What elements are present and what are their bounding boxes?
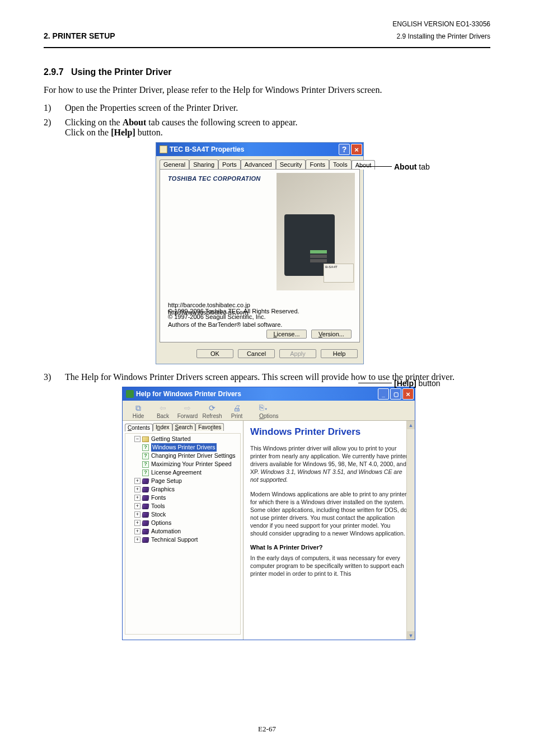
print-icon: 🖨 (224, 403, 249, 413)
dialog-buttons: OK Cancel Apply Help (156, 346, 363, 364)
help-toolbar: ⧉Hide ⇦Back ⇨Forward ⟳Refresh 🖨Print ⎘▾O… (123, 401, 415, 420)
node-graphics[interactable]: +Graphics (127, 485, 239, 494)
dialog-titlebar[interactable]: TEC B-SA4T Properties ? × (156, 143, 363, 156)
book-closed-icon (142, 537, 149, 543)
tree-tab-favorites[interactable]: Favorites (195, 423, 224, 431)
tree-tab-index[interactable]: Index (153, 423, 172, 431)
book-closed-icon (142, 520, 149, 526)
tab-security[interactable]: Security (276, 159, 306, 169)
help-content-pane: Windows Printer Drivers This Windows pri… (243, 421, 415, 640)
tree-view[interactable]: −Getting Started ?Windows Printer Driver… (125, 433, 241, 635)
node-page-setup[interactable]: +Page Setup (127, 477, 239, 485)
section-title: 2.9.7 Using the Printer Driver (44, 67, 490, 77)
node-stock[interactable]: +Stock (127, 510, 239, 519)
expand-icon[interactable]: + (134, 495, 140, 501)
step-1: 1) Open the Properties screen of the Pri… (44, 103, 490, 113)
expand-icon[interactable]: + (134, 520, 140, 526)
help-titlebar[interactable]: Help for Windows Printer Drivers _ ▢ × (123, 387, 415, 401)
tab-tools[interactable]: Tools (329, 159, 352, 169)
content-p3: In the early days of computers, it was n… (250, 554, 408, 577)
copyright-2: © 1997-2006 Seagull Scientific, Inc. (168, 313, 352, 321)
titlebar-close-button[interactable]: × (351, 144, 362, 155)
content-p2: Modern Windows applications are able to … (250, 490, 408, 537)
expand-icon[interactable]: + (134, 537, 140, 543)
tree-tab-search[interactable]: Search (172, 423, 196, 431)
node-fonts[interactable]: +Fonts (127, 494, 239, 502)
book-closed-icon (142, 495, 149, 501)
tab-about[interactable]: About (352, 160, 376, 170)
help-window-wrapper: Help for Windows Printer Drivers _ ▢ × ⧉… (122, 387, 415, 640)
expand-icon[interactable]: + (134, 503, 140, 509)
expand-icon[interactable]: + (134, 528, 140, 534)
toolbar-back[interactable]: ⇦Back (151, 403, 175, 419)
expand-icon[interactable]: + (134, 486, 140, 492)
book-closed-icon (142, 504, 149, 509)
help-button-leader (358, 383, 392, 383)
titlebar-help-button[interactable]: ? (339, 144, 350, 155)
tab-sharing[interactable]: Sharing (189, 159, 218, 169)
maximize-button[interactable]: ▢ (390, 388, 401, 400)
tab-general[interactable]: General (160, 159, 189, 169)
tree-tab-contents[interactable]: Contents (125, 424, 153, 431)
help-button[interactable]: Help (321, 349, 358, 358)
cancel-button[interactable]: Cancel (238, 349, 275, 358)
topic-icon: ? (142, 453, 149, 459)
toolbar-print[interactable]: 🖨Print (224, 403, 249, 419)
license-version-buttons: License... Version... (266, 330, 352, 339)
copyright-3: Authors of the BarTender® label software… (168, 321, 352, 328)
version-button[interactable]: Version... (311, 330, 352, 339)
refresh-icon: ⟳ (200, 403, 224, 413)
collapse-icon[interactable]: − (134, 436, 140, 442)
page-header: 2. PRINTER SETUP ENGLISH VERSION EO1-330… (44, 20, 490, 40)
ok-button[interactable]: OK (196, 349, 233, 358)
topic-icon: ? (142, 469, 149, 476)
minimize-button[interactable]: _ (378, 388, 389, 400)
apply-button[interactable]: Apply (279, 349, 316, 358)
tab-advanced[interactable]: Advanced (241, 159, 276, 169)
toolbar-options[interactable]: ⎘▾Options (259, 403, 291, 419)
content-p1: This Windows printer driver will allow y… (250, 444, 408, 483)
topic-icon: ? (142, 461, 149, 468)
intro-paragraph: For how to use the Printer Driver, pleas… (44, 85, 490, 95)
step-1-text: Open the Properties screen of the Printe… (65, 103, 490, 113)
node-tools[interactable]: +Tools (127, 502, 239, 510)
toolbar-refresh[interactable]: ⟳Refresh (200, 403, 224, 419)
tree-tabs: Contents Index Search Favorites (125, 423, 241, 431)
close-button[interactable]: × (402, 388, 414, 400)
steps-list: 1) Open the Properties screen of the Pri… (44, 103, 490, 138)
printer-label: B-SA4T (324, 264, 354, 283)
book-closed-icon (142, 512, 149, 518)
step-2: 2) Clicking on the About tab causes the … (44, 118, 490, 138)
node-myps[interactable]: ?Maximizing Your Printer Speed (127, 460, 239, 468)
node-options[interactable]: +Options (127, 519, 239, 527)
help-button-callout: [Help] button (394, 379, 441, 388)
scroll-down-icon[interactable]: ▼ (407, 631, 415, 640)
expand-icon[interactable]: + (134, 511, 140, 518)
printer-icon (160, 145, 167, 153)
content-h2: What Is A Printer Driver? (250, 544, 408, 551)
node-cpds[interactable]: ?Changing Printer Driver Settings (127, 452, 239, 460)
node-tech[interactable]: +Technical Support (127, 536, 239, 544)
back-icon: ⇦ (151, 403, 175, 413)
node-la[interactable]: ?License Agreement (127, 468, 239, 477)
about-panel: TOSHIBA TEC CORPORATION B-SA4T http://ba… (160, 169, 360, 342)
section-heading: Using the Printer Driver (71, 67, 172, 77)
tab-fonts[interactable]: Fonts (306, 159, 329, 169)
node-wpd[interactable]: ?Windows Printer Drivers (127, 443, 239, 452)
expand-icon[interactable]: + (134, 478, 140, 484)
license-button[interactable]: License... (266, 330, 307, 339)
scrollbar[interactable]: ▲ ▼ (406, 421, 415, 640)
toolbar-hide[interactable]: ⧉Hide (126, 403, 151, 419)
step-1-num: 1) (44, 103, 65, 113)
forward-icon: ⇨ (175, 403, 200, 413)
topic-icon: ? (142, 444, 149, 451)
header-right: ENGLISH VERSION EO1-33056 2.9 Installing… (392, 20, 490, 40)
toolbar-forward[interactable]: ⇨Forward (175, 403, 200, 419)
help-body: Contents Index Search Favorites −Getting… (123, 420, 415, 640)
scroll-up-icon[interactable]: ▲ (407, 421, 415, 429)
tab-ports[interactable]: Ports (218, 159, 241, 169)
node-automation[interactable]: +Automation (127, 527, 239, 536)
options-icon: ⎘▾ (259, 403, 291, 413)
properties-dialog-wrapper: TEC B-SA4T Properties ? × General Sharin… (156, 142, 503, 364)
node-getting-started[interactable]: −Getting Started (127, 435, 239, 443)
